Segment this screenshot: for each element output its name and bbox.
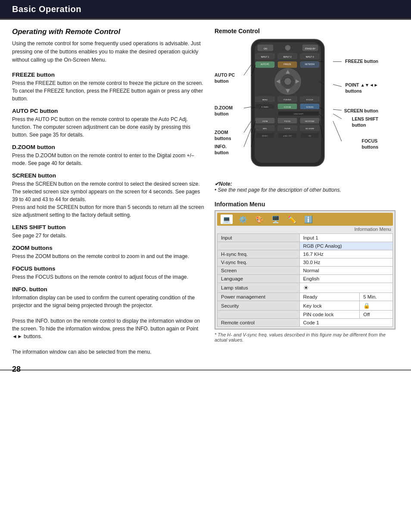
svg-text:RESET: RESET bbox=[262, 135, 268, 137]
info-table: Input Input 1 RGB (PC Analog) H-sync fre… bbox=[217, 233, 393, 327]
label-focus: FOCUSbuttons bbox=[362, 138, 379, 150]
dzoom-title: D.ZOOM button bbox=[12, 144, 206, 150]
table-row: Power management Ready 5 Min. bbox=[218, 293, 393, 301]
svg-text:INFO.: INFO. bbox=[263, 128, 268, 130]
row-value-lamp: ☀ bbox=[299, 283, 393, 293]
row-label-input: Input bbox=[218, 234, 300, 242]
subsection-freeze: FREEZE button Press the FREEZE button on… bbox=[12, 72, 206, 103]
svg-text:INPUT 2: INPUT 2 bbox=[283, 56, 291, 58]
screen-body: Press the SCREEN button on the remote co… bbox=[12, 180, 206, 219]
label-autopc: AUTO PCbutton bbox=[215, 72, 235, 84]
info-menu-title: Information Menu bbox=[215, 201, 395, 208]
label-info: INFO.button bbox=[215, 144, 229, 156]
svg-point-27 bbox=[284, 78, 291, 85]
menu-icon-info: ℹ️ bbox=[302, 215, 314, 224]
section-title-block: Operating with Remote Control Using the … bbox=[12, 28, 206, 64]
row-label-security: Security bbox=[218, 301, 300, 311]
menu-icon-display: 🖥️ bbox=[270, 215, 282, 224]
note-body: • See the next page for the description … bbox=[215, 187, 341, 193]
page-header: Basic Operation bbox=[0, 0, 411, 19]
right-column: Remote Control AUTO PCbutton D.ZOOMbutto… bbox=[215, 28, 395, 361]
svg-line-75 bbox=[333, 109, 342, 110]
svg-text:INPUT 1: INPUT 1 bbox=[261, 56, 269, 58]
subsection-autopc: AUTO PC button Press the AUTO PC button … bbox=[12, 108, 206, 139]
label-screen: SCREEN button bbox=[344, 108, 378, 113]
focus-body: Press the FOCUS buttons on the remote co… bbox=[12, 273, 206, 281]
page-number: 28 bbox=[12, 365, 21, 374]
subsection-screen: SCREEN button Press the SCREEN button on… bbox=[12, 172, 206, 219]
remote-title: Remote Control bbox=[215, 28, 395, 34]
menu-icon-settings2: 🎨 bbox=[253, 215, 265, 224]
table-row: Language English bbox=[218, 275, 393, 283]
svg-text:ON: ON bbox=[308, 135, 311, 137]
menu-icon-settings1: ⚙️ bbox=[237, 215, 249, 224]
row-value-pinlock: PIN code lock bbox=[299, 311, 360, 319]
svg-line-74 bbox=[333, 84, 342, 87]
zoom-body: Press the ZOOM buttons on the remote con… bbox=[12, 252, 206, 260]
svg-text:INPUT 3: INPUT 3 bbox=[305, 56, 314, 58]
row-label-hsync: H-sync freq. bbox=[218, 250, 300, 258]
svg-text:FOCUS: FOCUS bbox=[284, 120, 290, 122]
svg-text:D.ZOOM: D.ZOOM bbox=[284, 106, 291, 108]
zoom-title: ZOOM buttons bbox=[12, 245, 206, 251]
info-menu-wrapper: 💻 ⚙️ 🎨 🖥️ ✏️ ℹ️ Information Menu Input I… bbox=[215, 210, 395, 330]
label-point: POINT ▲▼◄►buttons bbox=[345, 82, 378, 94]
svg-text:MENU: MENU bbox=[262, 99, 268, 101]
row-value-screen: Normal bbox=[299, 267, 393, 275]
svg-text:AUTO PC: AUTO PC bbox=[261, 63, 270, 65]
row-label-remote: Remote control bbox=[218, 319, 300, 327]
row-label-powermgmt: Power management bbox=[218, 293, 300, 301]
subsection-info: INFO. button Information display can be … bbox=[12, 286, 206, 356]
subsection-zoom: ZOOM buttons Press the ZOOM buttons on t… bbox=[12, 245, 206, 260]
svg-line-76 bbox=[333, 114, 342, 119]
svg-text:LENS SHIFT: LENS SHIFT bbox=[293, 113, 304, 115]
svg-text:KEYSTONE: KEYSTONE bbox=[305, 120, 314, 122]
info-footnote: * The H- and V-sync freq. values describ… bbox=[215, 332, 395, 342]
table-row: PIN code lock Off bbox=[218, 311, 393, 319]
freeze-body: Press the FREEZE button on the remote co… bbox=[12, 79, 206, 103]
remote-svg-container: ON ○ STAND-BY INPUT 1 INPUT 2 INPUT 3 bbox=[243, 37, 333, 172]
label-zoom: ZOOMbuttons bbox=[215, 130, 231, 141]
row-label-empty2 bbox=[218, 311, 300, 319]
row-value-language: English bbox=[299, 275, 393, 283]
svg-text:○: ○ bbox=[287, 47, 289, 50]
label-dzoom: D.ZOOMbutton bbox=[215, 105, 233, 117]
autopc-body: Press the AUTO PC button on the remote c… bbox=[12, 115, 206, 139]
menu-icon-edit: ✏️ bbox=[286, 215, 298, 224]
dzoom-body: Press the D.ZOOM button on the remote co… bbox=[12, 152, 206, 167]
svg-line-77 bbox=[333, 121, 342, 141]
row-label-screen: Screen bbox=[218, 267, 300, 275]
svg-text:STAND-BY: STAND-BY bbox=[305, 47, 316, 50]
remote-section: Remote Control AUTO PCbutton D.ZOOMbutto… bbox=[215, 28, 395, 193]
info-menu-label: Information Menu bbox=[217, 227, 393, 232]
table-row: Remote control Code 1 bbox=[218, 319, 393, 327]
label-lensshift: LENS SHIFTbutton bbox=[352, 116, 378, 128]
row-value-powermgmt2: 5 Min. bbox=[360, 293, 393, 301]
freeze-title: FREEZE button bbox=[12, 72, 206, 78]
focus-title: FOCUS buttons bbox=[12, 265, 206, 272]
autopc-title: AUTO PC button bbox=[12, 108, 206, 114]
info-menu-section: Information Menu 💻 ⚙️ 🎨 🖥️ ✏️ ℹ️ Informa… bbox=[215, 201, 395, 342]
row-label-empty1 bbox=[218, 242, 300, 250]
svg-text:POINTER: POINTER bbox=[283, 99, 291, 101]
row-value-powermgmt: Ready bbox=[299, 293, 360, 301]
svg-text:ZOOM: ZOOM bbox=[262, 120, 268, 122]
row-value-keylock-icon: 🔒 bbox=[360, 301, 393, 311]
svg-text:P-TIMER: P-TIMER bbox=[262, 106, 269, 108]
info-title: INFO. button bbox=[12, 286, 206, 292]
table-row: Lamp status ☀ bbox=[218, 283, 393, 293]
svg-text:ON: ON bbox=[264, 47, 267, 50]
svg-text:NETWORK: NETWORK bbox=[305, 63, 315, 65]
subsection-dzoom: D.ZOOM button Press the D.ZOOM button on… bbox=[12, 144, 206, 167]
table-row: Screen Normal bbox=[218, 267, 393, 275]
lensshift-body: See page 27 for details. bbox=[12, 232, 206, 240]
row-value-keylock: Key lock bbox=[299, 301, 360, 311]
left-column: Operating with Remote Control Using the … bbox=[12, 28, 215, 361]
header-title: Basic Operation bbox=[12, 4, 81, 14]
screen-title: SCREEN button bbox=[12, 172, 206, 179]
svg-text:SCREEN: SCREEN bbox=[306, 106, 314, 108]
lensshift-title: LENS SHIFT button bbox=[12, 224, 206, 230]
info-menu-icons: 💻 ⚙️ 🎨 🖥️ ✏️ ℹ️ bbox=[217, 213, 393, 226]
remote-svg: ON ○ STAND-BY INPUT 1 INPUT 2 INPUT 3 bbox=[243, 37, 333, 171]
subsection-lensshift: LENS SHIFT button See page 27 for detail… bbox=[12, 224, 206, 240]
